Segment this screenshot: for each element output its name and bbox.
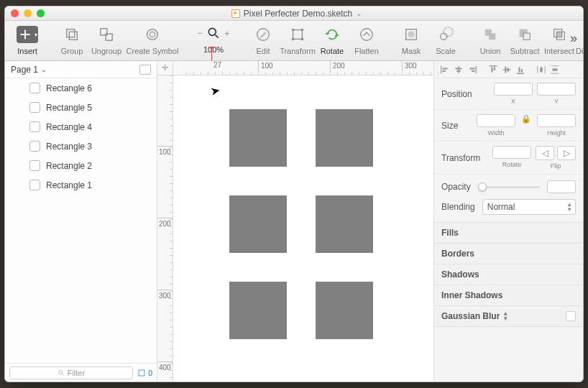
layer-visibility-checkbox[interactable] [29,141,40,152]
filter-input[interactable]: Filter [9,366,133,379]
position-y-input[interactable] [537,83,576,96]
artboard-toggle-icon[interactable] [139,65,151,75]
ungroup-icon [96,25,117,44]
toolbar-overflow-button[interactable]: » [570,31,577,46]
layer-row[interactable]: Rectangle 2 [5,156,157,175]
flatten-icon [356,25,377,44]
magnifier-icon [206,26,221,40]
layer-row[interactable]: Rectangle 6 [5,78,157,98]
rectangle-shape[interactable] [229,195,287,253]
rectangle-shape[interactable] [316,195,373,253]
align-top-button[interactable] [487,64,499,75]
slice-export-count[interactable]: 0 [137,369,152,377]
opacity-input[interactable] [547,180,576,193]
ruler-vertical[interactable]: 100 200 300 400 [157,75,173,382]
zoom-out-button[interactable]: − [197,28,203,39]
edit-button[interactable]: Edit [247,24,280,57]
opacity-slider[interactable] [478,186,540,188]
intersect-label: Intersect [544,47,574,55]
layer-visibility-checkbox[interactable] [29,160,40,171]
pages-dropdown[interactable]: Page 1 ⌄ [5,61,157,78]
filter-bar: Filter 0 [5,363,157,382]
slice-icon [137,369,146,377]
flip-horizontal-button[interactable]: ◁ [536,146,554,160]
insert-label: Insert [17,47,37,55]
blending-label: Blending [441,202,475,212]
chevron-down-icon[interactable]: ⌄ [356,9,362,17]
align-right-button[interactable] [466,64,478,75]
scale-button[interactable]: Scale [429,24,462,57]
layer-row[interactable]: Rectangle 3 [5,137,157,156]
lock-aspect-icon[interactable]: 🔒 [520,114,533,137]
app-window: Pixel Perfecter Demo.sketch ⌄ ▾ Insert G… [4,6,584,382]
maximize-window-button[interactable] [37,9,45,17]
inner-shadows-section[interactable]: Inner Shadows [434,285,583,306]
gaussian-blur-checkbox[interactable] [566,311,576,321]
ruler-horizontal[interactable]: 27 100 200 300 [173,61,433,75]
layer-row[interactable]: Rectangle 4 [5,117,157,137]
rectangle-shape[interactable] [316,109,373,167]
fills-section[interactable]: Fills [434,223,583,244]
rectangle-shape[interactable] [316,282,373,339]
width-input[interactable] [477,114,515,127]
layer-row[interactable]: Rectangle 1 [5,175,157,195]
group-button[interactable]: Group [55,24,88,57]
insert-button[interactable]: ▾ Insert [11,24,44,57]
group-icon [61,25,83,44]
svg-point-12 [301,38,304,41]
shadows-section[interactable]: Shadows [434,264,583,285]
difference-button[interactable]: Difference [577,24,584,57]
layers-panel: Page 1 ⌄ Rectangle 6 Rectangle 5 Rectang… [5,61,157,382]
align-center-h-button[interactable] [452,64,464,75]
position-x-input[interactable] [494,83,533,96]
create-symbol-label: Create Symbol [127,47,179,55]
layer-visibility-checkbox[interactable] [29,121,40,132]
layer-visibility-checkbox[interactable] [29,180,40,190]
size-row: Size Width 🔒 Height [434,110,583,142]
layer-visibility-checkbox[interactable] [29,102,40,113]
distribute-h-button[interactable] [535,64,547,75]
align-center-v-button[interactable] [500,64,513,75]
align-bottom-button[interactable] [514,64,526,75]
ruler-origin[interactable]: ✛ [157,61,173,75]
rectangle-shape[interactable] [229,109,287,167]
toolbar: ▾ Insert Group Ungroup Create Symbol − +… [5,21,583,61]
transform-label: Transform [441,153,492,163]
gaussian-blur-section[interactable]: Gaussian Blur ▴▾ [434,306,583,327]
svg-point-15 [408,31,414,37]
layer-name: Rectangle 5 [46,103,92,113]
svg-rect-46 [540,67,543,72]
svg-rect-31 [456,70,460,71]
transform-button[interactable]: Transform [281,24,314,57]
borders-section[interactable]: Borders [434,244,583,264]
select-arrows-icon: ▴▾ [568,202,571,212]
svg-point-5 [208,28,216,35]
blend-mode-select[interactable]: Normal ▴▾ [482,199,576,215]
mask-button[interactable]: Mask [395,24,428,57]
subtract-button[interactable]: Subtract [508,24,541,57]
canvas[interactable]: ➤ [173,75,433,382]
create-symbol-button[interactable]: Create Symbol [124,24,180,57]
close-window-button[interactable] [11,9,19,17]
canvas-area[interactable]: ✛ 27 100 200 300 100 200 300 400 [157,61,433,382]
flatten-button[interactable]: Flatten [350,24,383,57]
distribute-v-button[interactable] [548,64,561,75]
union-icon [479,25,501,44]
flip-vertical-button[interactable]: ▷ [557,146,576,160]
union-button[interactable]: Union [474,24,507,57]
traffic-lights [11,9,45,17]
subtract-icon [514,25,536,44]
layer-visibility-checkbox[interactable] [29,83,40,93]
height-input[interactable] [537,114,576,127]
minimize-window-button[interactable] [24,9,32,17]
ungroup-button[interactable]: Ungroup [90,24,123,57]
rotate-input[interactable] [492,146,531,159]
svg-rect-1 [69,32,77,40]
svg-rect-43 [520,69,522,72]
position-label: Position [441,89,494,99]
create-symbol-icon [142,25,163,44]
layer-row[interactable]: Rectangle 5 [5,98,157,117]
zoom-in-button[interactable]: + [224,28,230,39]
rectangle-shape[interactable] [229,282,287,339]
rotate-button[interactable]: Rotate [316,24,349,57]
